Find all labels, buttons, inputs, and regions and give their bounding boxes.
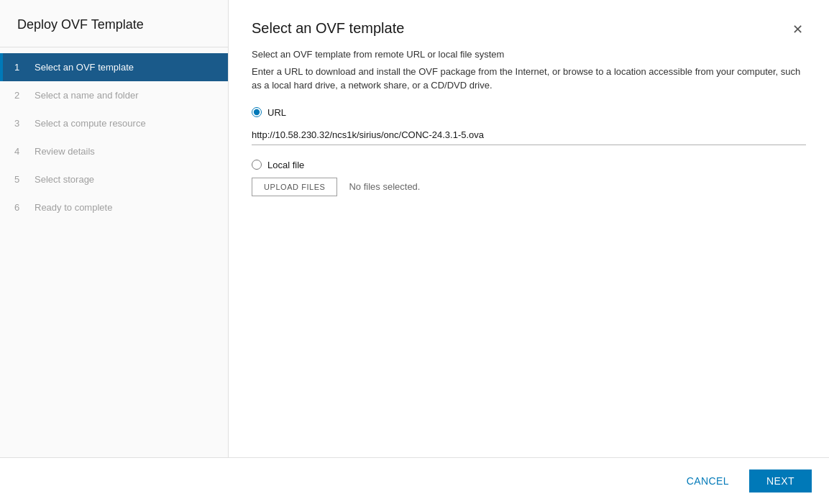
url-radio-row: URL xyxy=(252,107,806,118)
sidebar: Deploy OVF Template 1 Select an OVF temp… xyxy=(0,0,229,457)
main-content: Select an OVF template ✕ Select an OVF t… xyxy=(229,0,829,457)
url-radio-label[interactable]: URL xyxy=(267,107,286,118)
sidebar-step-4[interactable]: 4 Review details xyxy=(0,137,228,165)
sidebar-title: Deploy OVF Template xyxy=(0,0,228,47)
close-icon: ✕ xyxy=(792,22,803,37)
step-3-label: Select a compute resource xyxy=(35,118,146,129)
url-input-wrapper xyxy=(252,125,806,145)
description-text: Enter a URL to download and install the … xyxy=(252,65,806,93)
sidebar-steps: 1 Select an OVF template 2 Select a name… xyxy=(0,47,228,227)
no-files-text: No files selected. xyxy=(349,181,420,192)
step-3-number: 3 xyxy=(14,118,26,129)
step-2-label: Select a name and folder xyxy=(35,90,139,101)
step-4-number: 4 xyxy=(14,146,26,157)
step-5-number: 5 xyxy=(14,174,26,185)
next-button[interactable]: NEXT xyxy=(749,469,812,492)
close-button[interactable]: ✕ xyxy=(789,20,806,39)
upload-files-button[interactable]: UPLOAD FILES xyxy=(252,178,337,196)
step-1-label: Select an OVF template xyxy=(35,62,134,73)
sidebar-step-6[interactable]: 6 Ready to complete xyxy=(0,193,228,221)
step-5-label: Select storage xyxy=(35,174,94,185)
step-6-number: 6 xyxy=(14,202,26,213)
step-2-number: 2 xyxy=(14,90,26,101)
subtitle-text: Select an OVF template from remote URL o… xyxy=(252,47,806,62)
sidebar-step-3[interactable]: 3 Select a compute resource xyxy=(0,109,228,137)
url-input[interactable] xyxy=(252,125,806,145)
step-6-label: Ready to complete xyxy=(35,202,112,213)
step-4-label: Review details xyxy=(35,146,95,157)
cancel-button[interactable]: CANCEL xyxy=(675,469,741,492)
content-header: Select an OVF template ✕ xyxy=(252,20,806,39)
dialog-footer: CANCEL NEXT xyxy=(0,457,829,504)
dialog-body: Deploy OVF Template 1 Select an OVF temp… xyxy=(0,0,829,457)
step-1-number: 1 xyxy=(14,62,26,73)
local-file-radio-row: Local file xyxy=(252,160,806,170)
local-file-section: UPLOAD FILES No files selected. xyxy=(252,178,806,196)
sidebar-step-2[interactable]: 2 Select a name and folder xyxy=(0,81,228,109)
sidebar-step-1[interactable]: 1 Select an OVF template xyxy=(0,53,228,81)
deploy-ovf-dialog: Deploy OVF Template 1 Select an OVF temp… xyxy=(0,0,829,504)
local-file-radio[interactable] xyxy=(252,160,262,170)
url-radio[interactable] xyxy=(252,107,262,117)
page-title: Select an OVF template xyxy=(252,20,404,37)
sidebar-step-5[interactable]: 5 Select storage xyxy=(0,165,228,193)
local-file-radio-label[interactable]: Local file xyxy=(267,160,304,170)
